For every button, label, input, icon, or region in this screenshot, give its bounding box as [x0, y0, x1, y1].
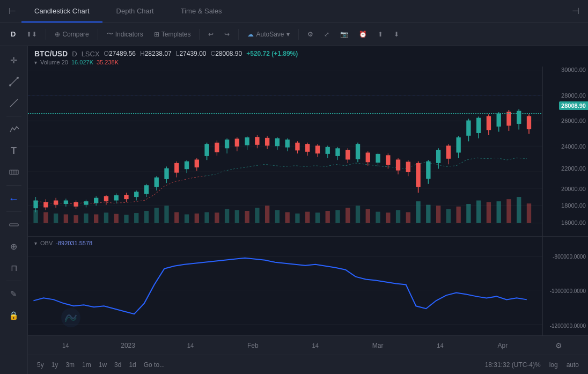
svg-rect-23 [84, 214, 88, 223]
bottom-controls-bar: 5y 1y 3m 1m 1w 3d 1d Go to... 18:31:32 (… [28, 355, 588, 374]
price-label-16000: 16000.00 [561, 219, 586, 226]
period-1m[interactable]: 1m [79, 360, 94, 370]
tab-depth[interactable]: Depth Chart [104, 0, 167, 23]
svg-rect-56 [416, 201, 420, 223]
left-toolbar: ✛ T ← ⊕ ⊓ ✎ 🔒 [0, 46, 28, 374]
obv-label-800k: -800000.0000 [553, 253, 586, 259]
svg-rect-167 [527, 116, 531, 129]
svg-rect-85 [114, 195, 119, 201]
svg-rect-75 [64, 201, 68, 204]
obv-value: -892031.5578 [56, 240, 92, 246]
compare-button[interactable]: ⊕ Compare [50, 28, 93, 40]
settings-button[interactable]: ⚙ [303, 28, 318, 40]
time-label-2023: 2023 [97, 342, 159, 349]
symbol: BTC/USD [34, 49, 68, 58]
time-axis: 14 2023 14 Feb 14 Mar 14 Apr [34, 342, 534, 349]
svg-rect-163 [506, 112, 511, 126]
svg-line-0 [10, 78, 18, 85]
xabcd-tool[interactable] [4, 120, 24, 139]
log-button[interactable]: log [547, 360, 561, 370]
alert-button[interactable]: ⏰ [355, 28, 371, 40]
time-label-14c: 14 [284, 342, 347, 349]
obv-label-1200k: -1200000.0000 [550, 322, 586, 328]
svg-rect-131 [346, 150, 350, 160]
svg-rect-39 [245, 211, 249, 223]
period-1d[interactable]: 1d [126, 360, 138, 370]
svg-rect-141 [396, 159, 400, 170]
expand-button[interactable]: ⊣ [568, 4, 584, 18]
period-button[interactable]: D [6, 28, 20, 40]
period-3d[interactable]: 3d [112, 360, 124, 370]
period-3m[interactable]: 3m [63, 360, 77, 370]
svg-rect-101 [195, 159, 199, 167]
svg-rect-48 [335, 210, 340, 223]
grid-icon: ⊞ [154, 31, 159, 38]
draw-tool[interactable] [4, 93, 24, 113]
chart-type-icon: ⬆⬇ [26, 31, 37, 38]
svg-rect-38 [235, 210, 239, 223]
collapse-button[interactable]: ⊢ [4, 4, 20, 18]
obv-watermark [60, 307, 82, 330]
svg-rect-115 [265, 138, 269, 146]
svg-rect-58 [436, 206, 440, 223]
price-label-24000: 24000.00 [561, 143, 586, 150]
pencil-tool[interactable]: ✎ [4, 284, 24, 304]
period-1y[interactable]: 1y [49, 360, 61, 370]
tool-separator-2 [6, 185, 21, 186]
svg-rect-93 [155, 178, 159, 187]
plus-icon: ⊕ [55, 31, 60, 38]
auto-button[interactable]: auto [564, 360, 582, 370]
svg-rect-36 [215, 212, 219, 223]
ruler-tool[interactable] [4, 215, 24, 234]
current-price-label: 28008.90 [559, 101, 588, 110]
ohlc-data: O27489.56 H28238.07 L27439.00 C28008.90 [104, 50, 242, 57]
svg-rect-60 [456, 207, 460, 223]
svg-rect-44 [295, 214, 299, 223]
tab-bar: ⊢ Candlestick Chart Depth Chart Time & S… [0, 0, 588, 23]
period-5y[interactable]: 5y [34, 360, 47, 370]
tab-candlestick[interactable]: Candlestick Chart [21, 0, 102, 23]
svg-rect-21 [64, 214, 68, 223]
svg-rect-79 [84, 201, 88, 204]
svg-rect-63 [487, 202, 491, 223]
svg-rect-99 [185, 162, 189, 170]
obv-panel-toggle[interactable]: ▾ [34, 240, 37, 246]
magnet-tool[interactable]: ⊓ [4, 258, 24, 277]
goto-button[interactable]: Go to... [141, 360, 167, 370]
svg-rect-145 [416, 163, 420, 187]
axis-settings-icon[interactable]: ⚙ [555, 341, 562, 350]
indicators-button[interactable]: 〜 Indicators [102, 27, 148, 41]
svg-rect-62 [476, 201, 481, 223]
back-tool[interactable]: ← [4, 189, 24, 208]
percent-button[interactable]: % [532, 360, 543, 370]
snapshot-button[interactable]: 📷 [336, 28, 352, 40]
crosshair-tool[interactable]: ✛ [4, 50, 24, 70]
templates-button[interactable]: ⊞ Templates [150, 28, 195, 40]
trend-line-tool[interactable] [4, 72, 24, 91]
upload-button[interactable]: ⬆ [373, 28, 387, 40]
redo-button[interactable]: ↪ [220, 28, 234, 40]
download-button[interactable]: ⬇ [389, 28, 403, 40]
camera-icon: 📷 [340, 31, 348, 38]
svg-rect-83 [104, 196, 108, 201]
undo-button[interactable]: ↩ [204, 28, 218, 40]
obv-svg [28, 237, 542, 335]
lock-tool[interactable]: 🔒 [4, 306, 24, 325]
fullscreen-button[interactable]: ⤢ [320, 28, 334, 40]
chart-type-button[interactable]: ⬆⬇ [22, 28, 41, 40]
svg-rect-133 [356, 144, 360, 159]
svg-rect-103 [204, 144, 209, 156]
chart-svg-container[interactable] [28, 67, 542, 236]
measure-tool[interactable] [4, 163, 24, 182]
period-1w[interactable]: 1w [96, 360, 109, 370]
upload-icon: ⬆ [378, 31, 383, 38]
autosave-button[interactable]: ☁ AutoSave ▾ [243, 28, 293, 40]
text-tool[interactable]: T [4, 141, 24, 160]
price-info-row: BTC/USD D LSCX O27489.56 H28238.07 L2743… [34, 49, 582, 58]
gear-icon: ⚙ [307, 31, 313, 38]
obv-chart: ▾ OBV -892031.5578 [28, 237, 542, 335]
tab-timesales[interactable]: Time & Sales [168, 0, 235, 23]
panel-toggle[interactable]: ▾ [34, 60, 37, 65]
dropdown-arrow: ▾ [286, 31, 290, 38]
zoom-tool[interactable]: ⊕ [4, 237, 24, 256]
